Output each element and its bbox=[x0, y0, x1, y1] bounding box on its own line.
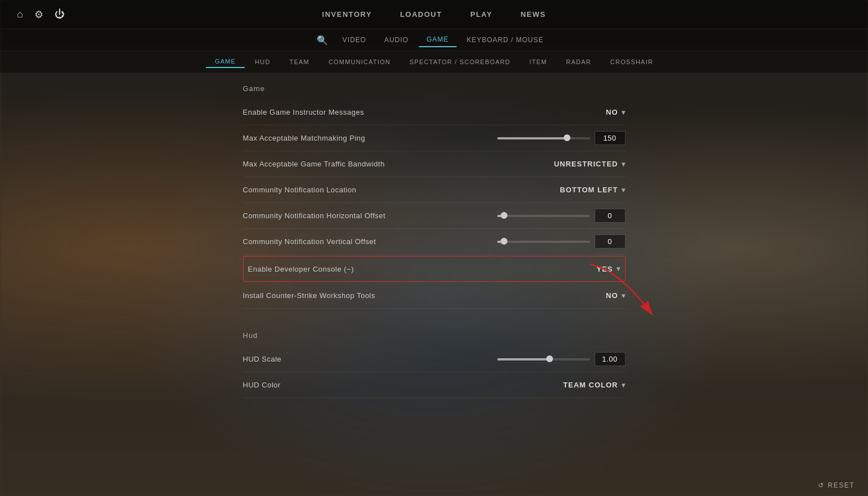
power-icon[interactable]: ⏻ bbox=[55, 8, 65, 20]
nav-loadout[interactable]: LOADOUT bbox=[400, 10, 442, 19]
dropdown-community-notification-location[interactable]: BOTTOM LEFT ▾ bbox=[560, 186, 625, 194]
control-enable-game-instructor[interactable]: NO ▾ bbox=[606, 108, 626, 116]
row-enable-developer-console: Enable Developer Console (~) YES ▾ bbox=[243, 256, 626, 282]
search-icon[interactable]: 🔍 bbox=[317, 35, 328, 46]
row-community-notification-v-offset: Community Notification Vertical Offset bbox=[243, 229, 626, 255]
row-hud-scale: HUD Scale bbox=[243, 346, 626, 372]
row-max-game-traffic-bandwidth: Max Acceptable Game Traffic Bandwidth UN… bbox=[243, 151, 626, 177]
subtab-crosshair[interactable]: CROSSHAIR bbox=[601, 56, 662, 67]
tab-game[interactable]: GAME bbox=[419, 33, 456, 47]
dropdown-max-game-traffic-bandwidth[interactable]: UNRESTRICTED ▾ bbox=[554, 160, 626, 168]
control-community-notification-location[interactable]: BOTTOM LEFT ▾ bbox=[560, 186, 625, 194]
control-community-notification-h-offset bbox=[497, 209, 626, 223]
label-max-game-traffic-bandwidth: Max Acceptable Game Traffic Bandwidth bbox=[243, 160, 554, 168]
input-community-notification-h-offset[interactable] bbox=[595, 209, 626, 223]
value-max-game-traffic-bandwidth: UNRESTRICTED bbox=[554, 160, 618, 168]
sub-tabs-bar: GAME HUD TEAM COMMUNICATION SPECTATOR / … bbox=[0, 51, 868, 73]
input-hud-scale[interactable] bbox=[595, 352, 626, 366]
dropdown-enable-developer-console[interactable]: YES ▾ bbox=[596, 265, 620, 273]
chevron-down-icon: ▾ bbox=[622, 109, 626, 116]
control-community-notification-v-offset bbox=[497, 235, 626, 249]
settings-container: Game Enable Game Instructor Messages NO … bbox=[243, 84, 626, 398]
control-max-matchmaking-ping bbox=[497, 131, 626, 145]
subtab-communication[interactable]: COMMUNICATION bbox=[320, 56, 399, 67]
value-enable-developer-console: YES bbox=[596, 265, 613, 273]
label-max-matchmaking-ping: Max Acceptable Matchmaking Ping bbox=[243, 134, 497, 142]
label-enable-game-instructor: Enable Game Instructor Messages bbox=[243, 108, 606, 116]
value-community-notification-location: BOTTOM LEFT bbox=[560, 186, 618, 194]
row-enable-game-instructor: Enable Game Instructor Messages NO ▾ bbox=[243, 100, 626, 125]
subtab-hud[interactable]: HUD bbox=[246, 56, 279, 67]
tab-keyboard[interactable]: KEYBOARD / MOUSE bbox=[459, 33, 552, 47]
row-hud-color: HUD Color TEAM COLOR ▾ bbox=[243, 372, 626, 398]
slider-max-matchmaking-ping[interactable] bbox=[497, 137, 590, 139]
chevron-down-icon: ▾ bbox=[622, 381, 626, 389]
top-nav: INVENTORY LOADOUT PLAY NEWS bbox=[322, 10, 546, 19]
slider-hud-scale[interactable] bbox=[497, 358, 590, 360]
chevron-down-icon: ▾ bbox=[622, 186, 626, 194]
dropdown-enable-game-instructor[interactable]: NO ▾ bbox=[606, 108, 626, 116]
subtab-team[interactable]: TEAM bbox=[281, 56, 318, 67]
label-install-workshop-tools: Install Counter-Strike Workshop Tools bbox=[243, 291, 606, 300]
control-install-workshop-tools[interactable]: NO ▾ bbox=[606, 291, 626, 300]
dropdown-hud-color[interactable]: TEAM COLOR ▾ bbox=[563, 381, 625, 389]
nav-inventory[interactable]: INVENTORY bbox=[322, 10, 372, 19]
value-install-workshop-tools: NO bbox=[606, 291, 618, 300]
slider-community-notification-v-offset[interactable] bbox=[497, 241, 590, 243]
chevron-down-icon: ▾ bbox=[622, 160, 626, 168]
home-icon[interactable]: ⌂ bbox=[17, 8, 23, 20]
chevron-down-icon: ▾ bbox=[617, 265, 620, 273]
control-hud-color[interactable]: TEAM COLOR ▾ bbox=[563, 381, 625, 389]
chevron-down-icon: ▾ bbox=[622, 292, 626, 300]
reset-button[interactable]: ↺ RESET bbox=[818, 481, 854, 489]
row-max-matchmaking-ping: Max Acceptable Matchmaking Ping bbox=[243, 125, 626, 151]
reset-icon: ↺ bbox=[818, 481, 825, 489]
gear-icon[interactable]: ⚙ bbox=[34, 8, 43, 21]
slider-community-notification-h-offset[interactable] bbox=[497, 215, 590, 217]
bottom-bar: ↺ RESET bbox=[804, 475, 868, 496]
control-hud-scale bbox=[497, 352, 626, 366]
tab-video[interactable]: VIDEO bbox=[335, 33, 374, 47]
value-enable-game-instructor: NO bbox=[606, 108, 618, 116]
row-community-notification-h-offset: Community Notification Horizontal Offset bbox=[243, 203, 626, 229]
row-community-notification-location: Community Notification Location BOTTOM L… bbox=[243, 177, 626, 203]
nav-play[interactable]: PLAY bbox=[470, 10, 492, 19]
subtab-spectator[interactable]: SPECTATOR / SCOREBOARD bbox=[401, 56, 519, 67]
section-hud-label: Hud bbox=[243, 331, 626, 342]
control-enable-developer-console[interactable]: YES ▾ bbox=[596, 265, 620, 273]
nav-news[interactable]: NEWS bbox=[520, 10, 546, 19]
top-bar-left-icons: ⌂ ⚙ ⏻ bbox=[17, 8, 65, 21]
input-max-matchmaking-ping[interactable] bbox=[595, 131, 626, 145]
subtab-game[interactable]: GAME bbox=[206, 56, 245, 68]
top-bar: ⌂ ⚙ ⏻ INVENTORY LOADOUT PLAY NEWS bbox=[0, 0, 868, 29]
label-enable-developer-console: Enable Developer Console (~) bbox=[248, 265, 597, 273]
tab-audio[interactable]: AUDIO bbox=[376, 33, 416, 47]
label-hud-scale: HUD Scale bbox=[243, 355, 497, 363]
section-game-label: Game bbox=[243, 84, 626, 95]
label-community-notification-h-offset: Community Notification Horizontal Offset bbox=[243, 211, 497, 220]
control-max-game-traffic-bandwidth[interactable]: UNRESTRICTED ▾ bbox=[554, 160, 626, 168]
input-community-notification-v-offset[interactable] bbox=[595, 235, 626, 249]
label-hud-color: HUD Color bbox=[243, 381, 564, 389]
label-community-notification-v-offset: Community Notification Vertical Offset bbox=[243, 237, 497, 246]
subtab-item[interactable]: ITEM bbox=[520, 56, 556, 67]
subtab-radar[interactable]: RADAR bbox=[557, 56, 600, 67]
dropdown-install-workshop-tools[interactable]: NO ▾ bbox=[606, 291, 626, 300]
row-install-workshop-tools: Install Counter-Strike Workshop Tools NO… bbox=[243, 283, 626, 309]
content-area: Game Enable Game Instructor Messages NO … bbox=[0, 73, 868, 409]
value-hud-color: TEAM COLOR bbox=[563, 381, 618, 389]
label-community-notification-location: Community Notification Location bbox=[243, 186, 560, 194]
settings-tabs-bar: 🔍 VIDEO AUDIO GAME KEYBOARD / MOUSE bbox=[0, 29, 868, 51]
reset-label: RESET bbox=[827, 481, 854, 489]
